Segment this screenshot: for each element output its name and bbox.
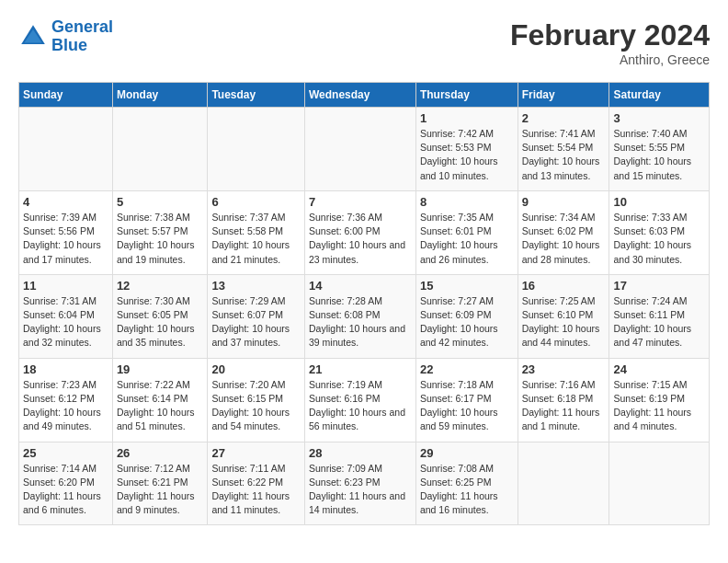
column-header-monday: Monday [112, 83, 208, 108]
day-info: Sunrise: 7:29 AM Sunset: 6:07 PM Dayligh… [211, 294, 301, 350]
calendar-cell: 4Sunrise: 7:39 AM Sunset: 5:56 PM Daylig… [19, 190, 113, 274]
day-info: Sunrise: 7:25 AM Sunset: 6:10 PM Dayligh… [522, 294, 606, 350]
day-info: Sunrise: 7:27 AM Sunset: 6:09 PM Dayligh… [420, 294, 514, 350]
day-info: Sunrise: 7:31 AM Sunset: 6:04 PM Dayligh… [23, 294, 108, 350]
day-number: 25 [23, 446, 108, 460]
main-title: February 2024 [510, 18, 710, 52]
calendar-cell: 15Sunrise: 7:27 AM Sunset: 6:09 PM Dayli… [415, 274, 518, 358]
calendar-cell: 13Sunrise: 7:29 AM Sunset: 6:07 PM Dayli… [208, 274, 305, 358]
calendar-cell: 2Sunrise: 7:41 AM Sunset: 5:54 PM Daylig… [518, 108, 609, 191]
day-info: Sunrise: 7:15 AM Sunset: 6:19 PM Dayligh… [613, 378, 705, 434]
day-number: 9 [522, 195, 606, 209]
column-header-wednesday: Wednesday [304, 83, 415, 108]
day-number: 27 [211, 446, 301, 460]
calendar-cell: 21Sunrise: 7:19 AM Sunset: 6:16 PM Dayli… [304, 358, 415, 442]
calendar-week-row: 18Sunrise: 7:23 AM Sunset: 6:12 PM Dayli… [19, 358, 710, 442]
day-info: Sunrise: 7:19 AM Sunset: 6:16 PM Dayligh… [309, 378, 412, 434]
calendar-cell: 29Sunrise: 7:08 AM Sunset: 6:25 PM Dayli… [415, 442, 518, 525]
subtitle: Anthiro, Greece [510, 52, 710, 67]
calendar-cell: 16Sunrise: 7:25 AM Sunset: 6:10 PM Dayli… [518, 274, 609, 358]
calendar-cell: 12Sunrise: 7:30 AM Sunset: 6:05 PM Dayli… [112, 274, 208, 358]
day-info: Sunrise: 7:36 AM Sunset: 6:00 PM Dayligh… [309, 211, 412, 267]
day-number: 2 [522, 111, 606, 125]
calendar-cell: 25Sunrise: 7:14 AM Sunset: 6:20 PM Dayli… [19, 442, 113, 525]
calendar-cell: 3Sunrise: 7:40 AM Sunset: 5:55 PM Daylig… [609, 108, 710, 191]
page-header: General Blue February 2024 Anthiro, Gree… [18, 18, 710, 67]
calendar-cell: 27Sunrise: 7:11 AM Sunset: 6:22 PM Dayli… [208, 442, 305, 525]
calendar-cell: 8Sunrise: 7:35 AM Sunset: 6:01 PM Daylig… [415, 190, 518, 274]
column-header-saturday: Saturday [609, 83, 710, 108]
day-info: Sunrise: 7:40 AM Sunset: 5:55 PM Dayligh… [613, 127, 705, 183]
day-info: Sunrise: 7:35 AM Sunset: 6:01 PM Dayligh… [420, 211, 514, 267]
day-number: 18 [23, 362, 108, 376]
day-info: Sunrise: 7:11 AM Sunset: 6:22 PM Dayligh… [211, 462, 301, 518]
day-number: 13 [211, 279, 301, 293]
calendar-cell: 26Sunrise: 7:12 AM Sunset: 6:21 PM Dayli… [112, 442, 208, 525]
day-info: Sunrise: 7:08 AM Sunset: 6:25 PM Dayligh… [420, 462, 514, 518]
calendar-cell: 19Sunrise: 7:22 AM Sunset: 6:14 PM Dayli… [112, 358, 208, 442]
calendar-week-row: 4Sunrise: 7:39 AM Sunset: 5:56 PM Daylig… [19, 190, 710, 274]
calendar-week-row: 11Sunrise: 7:31 AM Sunset: 6:04 PM Dayli… [19, 274, 710, 358]
day-number: 20 [211, 362, 301, 376]
logo: General Blue [18, 18, 113, 55]
calendar-cell: 7Sunrise: 7:36 AM Sunset: 6:00 PM Daylig… [304, 190, 415, 274]
day-info: Sunrise: 7:14 AM Sunset: 6:20 PM Dayligh… [23, 462, 108, 518]
day-number: 5 [117, 195, 204, 209]
day-number: 16 [522, 279, 606, 293]
day-number: 7 [309, 195, 412, 209]
day-number: 29 [420, 446, 514, 460]
column-header-friday: Friday [518, 83, 609, 108]
day-number: 23 [522, 362, 606, 376]
day-number: 17 [613, 279, 705, 293]
calendar-cell [518, 442, 609, 525]
calendar-cell: 14Sunrise: 7:28 AM Sunset: 6:08 PM Dayli… [304, 274, 415, 358]
day-number: 4 [23, 195, 108, 209]
calendar-cell: 11Sunrise: 7:31 AM Sunset: 6:04 PM Dayli… [19, 274, 113, 358]
day-number: 26 [117, 446, 204, 460]
day-info: Sunrise: 7:24 AM Sunset: 6:11 PM Dayligh… [613, 294, 705, 350]
day-number: 15 [420, 279, 514, 293]
calendar-cell: 18Sunrise: 7:23 AM Sunset: 6:12 PM Dayli… [19, 358, 113, 442]
day-number: 11 [23, 279, 108, 293]
day-info: Sunrise: 7:20 AM Sunset: 6:15 PM Dayligh… [211, 378, 301, 434]
day-info: Sunrise: 7:30 AM Sunset: 6:05 PM Dayligh… [117, 294, 204, 350]
calendar-cell: 23Sunrise: 7:16 AM Sunset: 6:18 PM Dayli… [518, 358, 609, 442]
calendar-cell: 17Sunrise: 7:24 AM Sunset: 6:11 PM Dayli… [609, 274, 710, 358]
calendar-cell [609, 442, 710, 525]
calendar-table: SundayMondayTuesdayWednesdayThursdayFrid… [18, 82, 710, 525]
calendar-week-row: 25Sunrise: 7:14 AM Sunset: 6:20 PM Dayli… [19, 442, 710, 525]
calendar-cell [304, 108, 415, 191]
title-block: February 2024 Anthiro, Greece [510, 18, 710, 67]
calendar-week-row: 1Sunrise: 7:42 AM Sunset: 5:53 PM Daylig… [19, 108, 710, 191]
day-info: Sunrise: 7:09 AM Sunset: 6:23 PM Dayligh… [309, 462, 412, 518]
calendar-cell: 6Sunrise: 7:37 AM Sunset: 5:58 PM Daylig… [208, 190, 305, 274]
day-number: 6 [211, 195, 301, 209]
day-number: 22 [420, 362, 514, 376]
day-info: Sunrise: 7:28 AM Sunset: 6:08 PM Dayligh… [309, 294, 412, 350]
day-number: 8 [420, 195, 514, 209]
day-number: 19 [117, 362, 204, 376]
day-info: Sunrise: 7:37 AM Sunset: 5:58 PM Dayligh… [211, 211, 301, 267]
day-info: Sunrise: 7:23 AM Sunset: 6:12 PM Dayligh… [23, 378, 108, 434]
column-header-sunday: Sunday [19, 83, 113, 108]
calendar-cell [208, 108, 305, 191]
day-number: 3 [613, 111, 705, 125]
day-number: 24 [613, 362, 705, 376]
calendar-cell: 1Sunrise: 7:42 AM Sunset: 5:53 PM Daylig… [415, 108, 518, 191]
calendar-cell: 24Sunrise: 7:15 AM Sunset: 6:19 PM Dayli… [609, 358, 710, 442]
day-info: Sunrise: 7:16 AM Sunset: 6:18 PM Dayligh… [522, 378, 606, 434]
logo-icon [18, 22, 48, 52]
column-header-tuesday: Tuesday [208, 83, 305, 108]
day-info: Sunrise: 7:18 AM Sunset: 6:17 PM Dayligh… [420, 378, 514, 434]
calendar-header-row: SundayMondayTuesdayWednesdayThursdayFrid… [19, 83, 710, 108]
day-number: 12 [117, 279, 204, 293]
day-number: 21 [309, 362, 412, 376]
day-info: Sunrise: 7:33 AM Sunset: 6:03 PM Dayligh… [613, 211, 705, 267]
calendar-cell: 28Sunrise: 7:09 AM Sunset: 6:23 PM Dayli… [304, 442, 415, 525]
day-number: 14 [309, 279, 412, 293]
day-info: Sunrise: 7:22 AM Sunset: 6:14 PM Dayligh… [117, 378, 204, 434]
calendar-cell: 5Sunrise: 7:38 AM Sunset: 5:57 PM Daylig… [112, 190, 208, 274]
day-info: Sunrise: 7:39 AM Sunset: 5:56 PM Dayligh… [23, 211, 108, 267]
calendar-cell: 9Sunrise: 7:34 AM Sunset: 6:02 PM Daylig… [518, 190, 609, 274]
logo-text: General Blue [51, 18, 113, 55]
